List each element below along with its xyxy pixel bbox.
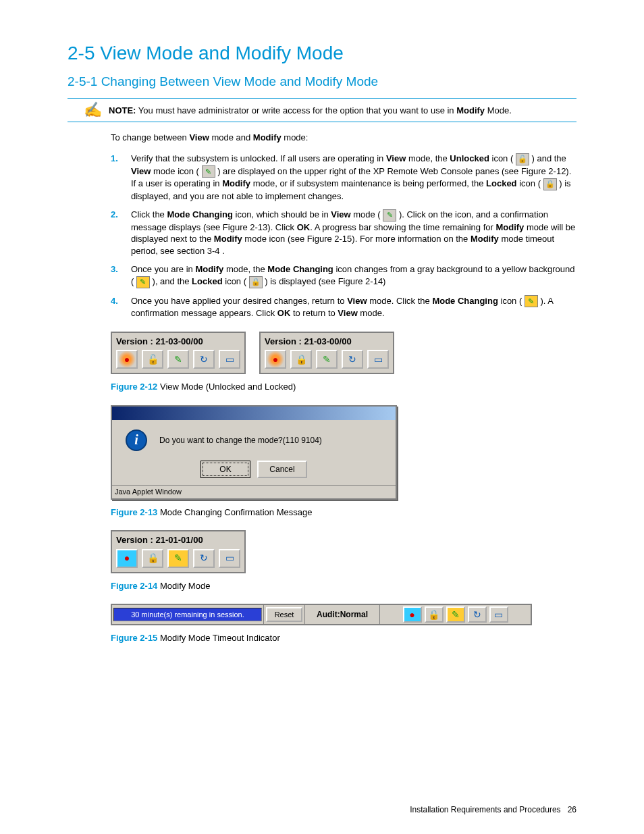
- figure-text: View Mode (Unlocked and Locked): [157, 382, 296, 392]
- figure-2-13-caption: Figure 2-13 Mode Changing Confirmation M…: [111, 506, 576, 519]
- icon-row: ● 🔓 ✎ ↻ ▭: [116, 350, 240, 369]
- dialog-message: Do you want to change the mode?(110 9104…: [159, 435, 322, 446]
- figure-text: Modify Mode: [157, 581, 210, 591]
- timeout-progress-cell: 30 minute(s) remaining in session.: [112, 605, 264, 624]
- locked-icon[interactable]: 🔒: [290, 350, 312, 369]
- mode-changing-modify-icon[interactable]: ✎: [167, 549, 189, 568]
- document-page: 2-5 View Mode and Modify Mode 2-5-1 Chan…: [0, 0, 644, 834]
- toolbar-unlocked: Version : 21-03-00/00 ● 🔓 ✎ ↻ ▭: [111, 332, 246, 375]
- refresh-icon[interactable]: ↻: [468, 606, 487, 623]
- step-3: 3. Once you are in Modify mode, the Mode…: [111, 263, 576, 288]
- footer-text: Installation Requirements and Procedures: [410, 805, 560, 814]
- note-bold: Modify: [456, 105, 485, 115]
- page-number: 26: [568, 805, 576, 814]
- step-1: 1. Verify that the subsystem is unlocked…: [111, 153, 576, 202]
- status-icon[interactable]: ●: [403, 606, 422, 623]
- steps-list: 1. Verify that the subsystem is unlocked…: [111, 153, 576, 319]
- figure-label: Figure 2-13: [111, 507, 157, 517]
- note-text: NOTE: You must have administrator or wri…: [109, 103, 576, 117]
- step-text: Click the Mode Changing icon, which shou…: [131, 209, 575, 256]
- note-label: NOTE:: [109, 105, 136, 115]
- section-heading: 2-5 View Mode and Modify Mode: [68, 41, 576, 66]
- locked-icon[interactable]: 🔒: [142, 549, 163, 568]
- step-text: Once you have applied your desired chang…: [131, 296, 553, 319]
- mode-changing-icon[interactable]: ✎: [316, 350, 338, 369]
- exit-icon[interactable]: ▭: [219, 350, 240, 369]
- intro-d: Modify: [253, 132, 281, 142]
- confirmation-dialog: i Do you want to change the mode?(110 91…: [111, 405, 397, 500]
- view-mode-icon: ✎: [202, 165, 215, 178]
- refresh-icon[interactable]: ↻: [342, 350, 363, 369]
- cancel-button[interactable]: Cancel: [257, 461, 307, 478]
- exit-icon[interactable]: ▭: [219, 549, 240, 568]
- page-footer: Installation Requirements and Procedures…: [410, 804, 576, 815]
- toolbar-modify-mode: Version : 21-01-01/00 ● 🔒 ✎ ↻ ▭: [111, 530, 246, 573]
- reset-cell: Reset: [264, 605, 305, 624]
- step-number: 1.: [111, 153, 118, 165]
- intro-paragraph: To change between View mode and Modify m…: [111, 132, 576, 144]
- status-icon[interactable]: ●: [265, 350, 286, 369]
- timeout-indicator-bar: 30 minute(s) remaining in session. Reset…: [111, 604, 532, 625]
- intro-a: To change between: [111, 132, 189, 142]
- status-icon[interactable]: ●: [116, 350, 138, 369]
- status-icon[interactable]: ●: [116, 549, 138, 568]
- intro-e: mode:: [281, 132, 308, 142]
- content-body: To change between View mode and Modify m…: [111, 132, 576, 644]
- locked-icon[interactable]: 🔒: [425, 606, 444, 623]
- version-label: Version : 21-03-00/00: [265, 336, 389, 348]
- figure-text: Mode Changing Confirmation Message: [157, 507, 312, 517]
- dialog-status-bar: Java Applet Window: [112, 485, 396, 498]
- figure-text: Modify Mode Timeout Indicator: [157, 633, 279, 643]
- audit-status: Audit:Normal: [305, 605, 380, 624]
- figure-label: Figure 2-14: [111, 581, 157, 591]
- refresh-icon[interactable]: ↻: [193, 549, 215, 568]
- unlocked-icon[interactable]: 🔓: [142, 350, 163, 369]
- figure-2-12-caption: Figure 2-12 View Mode (Unlocked and Lock…: [111, 381, 576, 393]
- step-4: 4. Once you have applied your desired ch…: [111, 295, 576, 319]
- mode-changing-modify-icon: ✎: [136, 276, 150, 288]
- subsection-heading: 2-5-1 Changing Between View Mode and Mod…: [68, 73, 576, 90]
- refresh-icon[interactable]: ↻: [193, 350, 215, 369]
- dialog-body: i Do you want to change the mode?(110 91…: [112, 420, 396, 485]
- figure-2-12-row: Version : 21-03-00/00 ● 🔓 ✎ ↻ ▭ Version …: [111, 332, 576, 375]
- icon-row: ● 🔒 ✎ ↻ ▭: [265, 350, 389, 369]
- intro-b: View: [189, 132, 209, 142]
- figure-2-15-caption: Figure 2-15 Modify Mode Timeout Indicato…: [111, 632, 576, 644]
- step-text: Once you are in Modify mode, the Mode Ch…: [131, 264, 575, 286]
- timeout-progress-text: 30 minute(s) remaining in session.: [131, 610, 244, 620]
- locked-icon: 🔒: [249, 276, 263, 288]
- icon-row: ● 🔒 ✎ ↻ ▭: [116, 549, 240, 568]
- figure-2-14-caption: Figure 2-14 Modify Mode: [111, 580, 576, 592]
- reset-button[interactable]: Reset: [266, 607, 302, 622]
- step-text: Verify that the subsystem is unlocked. I…: [131, 153, 571, 201]
- note-block: ✍ NOTE: You must have administrator or w…: [68, 98, 576, 122]
- mode-changing-view-icon: ✎: [383, 209, 396, 221]
- exit-icon[interactable]: ▭: [367, 350, 389, 369]
- step-number: 3.: [111, 263, 118, 276]
- figure-label: Figure 2-12: [111, 382, 157, 392]
- note-body-2: Mode.: [485, 105, 512, 115]
- toolbar-locked: Version : 21-03-00/00 ● 🔒 ✎ ↻ ▭: [259, 332, 394, 375]
- timeout-icon-row: ● 🔒 ✎ ↻ ▭: [380, 605, 531, 624]
- step-2: 2. Click the Mode Changing icon, which s…: [111, 209, 576, 257]
- mode-changing-modify-icon[interactable]: ✎: [446, 606, 465, 623]
- unlocked-icon: 🔓: [516, 153, 529, 165]
- version-label: Version : 21-03-00/00: [116, 336, 240, 348]
- note-body-1: You must have administrator or write acc…: [136, 105, 456, 115]
- step-number: 2.: [111, 209, 118, 221]
- mode-changing-icon: ✎: [525, 295, 538, 307]
- version-label: Version : 21-01-01/00: [116, 534, 240, 546]
- info-icon: i: [126, 429, 147, 451]
- mode-changing-icon[interactable]: ✎: [167, 350, 189, 369]
- step-number: 4.: [111, 295, 118, 307]
- intro-c: mode and: [209, 132, 253, 142]
- timeout-progress: 30 minute(s) remaining in session.: [113, 608, 262, 621]
- exit-icon[interactable]: ▭: [489, 606, 508, 623]
- locked-icon: 🔒: [543, 178, 557, 190]
- ok-button[interactable]: OK: [200, 461, 250, 478]
- figure-label: Figure 2-15: [111, 633, 157, 643]
- note-icon: ✍: [68, 103, 102, 118]
- dialog-titlebar: [112, 407, 396, 420]
